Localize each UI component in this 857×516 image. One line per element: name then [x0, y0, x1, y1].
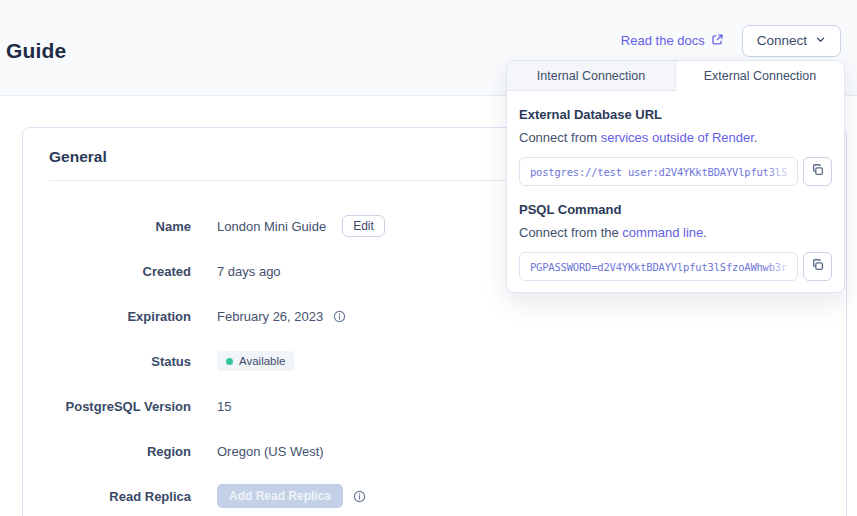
external-database-url-desc: Connect from services outside of Render. [519, 130, 832, 145]
edit-name-button[interactable]: Edit [342, 215, 385, 237]
region-value: Oregon (US West) [217, 444, 324, 459]
chevron-down-icon [815, 33, 826, 48]
status-badge: Available [217, 351, 294, 371]
external-database-url-input[interactable] [519, 157, 798, 186]
page: Guide Read the docs Connect [0, 0, 857, 516]
status-badge-label: Available [239, 355, 285, 367]
tab-external-connection[interactable]: External Connection [676, 61, 844, 91]
psql-command-input[interactable] [519, 252, 798, 281]
expiration-value: February 26, 2023 [217, 309, 323, 324]
external-url-field-wrap [519, 157, 798, 186]
external-link-icon [711, 33, 724, 49]
desc-text: Connect from [519, 130, 601, 145]
field-label: Expiration [23, 309, 191, 324]
add-read-replica-button: Add Read Replica [217, 484, 343, 508]
copy-psql-command-button[interactable] [803, 252, 832, 281]
field-row-postgresql-version: PostgreSQL Version 15 [23, 394, 846, 418]
field-label: PostgreSQL Version [23, 399, 191, 414]
field-value: Oregon (US West) [217, 444, 324, 459]
header-actions: Read the docs Connect [621, 25, 841, 57]
field-row-region: Region Oregon (US West) [23, 439, 846, 463]
desc-text: . [754, 130, 758, 145]
read-the-docs-link[interactable]: Read the docs [621, 33, 724, 49]
connection-tabs: Internal Connection External Connection [507, 61, 844, 91]
field-value: 7 days ago [217, 264, 281, 279]
field-label: Region [23, 444, 191, 459]
page-title: Guide [6, 39, 67, 63]
popover-body: External Database URL Connect from servi… [507, 91, 844, 281]
info-icon[interactable] [333, 310, 346, 323]
copy-icon [811, 163, 825, 180]
external-url-row [519, 157, 832, 186]
version-value: 15 [217, 399, 231, 414]
connect-popover: Internal Connection External Connection … [506, 60, 845, 293]
field-label: Status [23, 354, 191, 369]
field-value: Available [217, 351, 294, 371]
copy-icon [811, 258, 825, 275]
psql-command-desc: Connect from the command line. [519, 225, 832, 240]
info-icon[interactable] [353, 490, 366, 503]
status-dot-icon [226, 358, 233, 365]
created-value: 7 days ago [217, 264, 281, 279]
desc-text: . [703, 225, 707, 240]
external-database-url-heading: External Database URL [519, 107, 832, 122]
desc-text: Connect from the [519, 225, 622, 240]
connect-button[interactable]: Connect [742, 25, 841, 57]
field-row-expiration: Expiration February 26, 2023 [23, 304, 846, 328]
tab-internal-connection[interactable]: Internal Connection [507, 61, 676, 91]
connect-button-label: Connect [757, 33, 807, 48]
field-label: Name [23, 219, 191, 234]
psql-command-heading: PSQL Command [519, 202, 832, 217]
command-line-link[interactable]: command line [622, 225, 703, 240]
field-value: 15 [217, 399, 231, 414]
psql-command-row [519, 252, 832, 281]
name-value: London Mini Guide [217, 219, 326, 234]
field-value: London Mini Guide Edit [217, 215, 385, 237]
copy-external-url-button[interactable] [803, 157, 832, 186]
field-row-read-replica: Read Replica Add Read Replica [23, 484, 846, 508]
services-outside-render-link[interactable]: services outside of Render [601, 130, 754, 145]
read-the-docs-label: Read the docs [621, 33, 705, 48]
field-label: Created [23, 264, 191, 279]
field-row-status: Status Available [23, 349, 846, 373]
field-value: Add Read Replica [217, 484, 366, 508]
field-label: Read Replica [23, 489, 191, 504]
field-value: February 26, 2023 [217, 309, 346, 324]
psql-command-field-wrap [519, 252, 798, 281]
